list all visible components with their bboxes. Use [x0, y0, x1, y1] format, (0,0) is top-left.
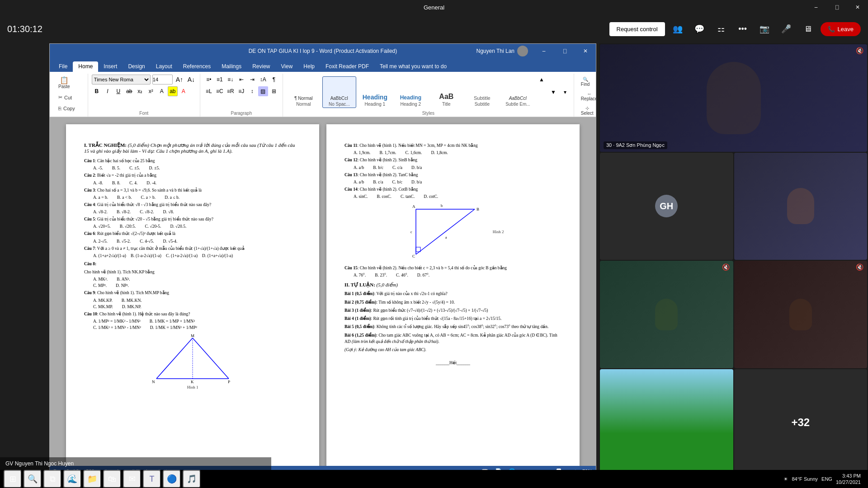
superscript-button[interactable]: x² — [146, 86, 156, 96]
style-no-spacing[interactable]: AaBbCcI No Spac... — [322, 76, 356, 108]
explorer-button[interactable]: 📁 — [83, 470, 101, 488]
tab-layout[interactable]: Layout — [151, 61, 178, 72]
style-title[interactable]: AaB Title — [429, 76, 463, 108]
bold-button[interactable]: B — [92, 86, 102, 96]
tab-review[interactable]: Review — [247, 61, 275, 72]
align-center-button[interactable]: ≡C — [215, 86, 225, 96]
participants-icon[interactable]: 👥 — [669, 20, 687, 38]
line-spacing-button[interactable]: ↕ — [247, 86, 257, 96]
styles-expand[interactable]: ▾ — [560, 87, 570, 97]
search-button[interactable]: 🔍 — [24, 470, 42, 488]
mic-icon[interactable]: 🎤 — [777, 20, 795, 38]
chrome-button[interactable]: 🔵 — [163, 470, 181, 488]
show-formatting-button[interactable]: ¶ — [269, 75, 279, 84]
font-size-input[interactable] — [152, 75, 173, 84]
task-view-button[interactable]: ⧉ — [43, 470, 61, 488]
meeting-bar: 01:30:12 Request control 👥 💬 ⚏ ••• 📷 🎤 🖥… — [0, 14, 868, 43]
problem-8-text: Cho hình vẽ (hình 1). Tích NK.KP bằng — [84, 269, 301, 275]
ribbon-group-paragraph: ≡• ≡1 ≡↓ ⇤ ⇥ ↕A ¶ ≡L ≡C ≡R ≡J ↕ ▨ ⊞ Para… — [200, 74, 283, 117]
subscript-button[interactable]: x₂ — [135, 86, 145, 96]
paste-button[interactable]: 📋 Paste — [55, 75, 73, 91]
close-button[interactable]: ✕ — [847, 0, 868, 14]
strikethrough-button[interactable]: ab — [124, 86, 134, 96]
multilevel-button[interactable]: ≡↓ — [226, 75, 236, 84]
tab-design[interactable]: Design — [123, 61, 150, 72]
increase-indent-button[interactable]: ⇥ — [247, 75, 257, 84]
figure-2: A B C b c a Hình 2 — [344, 202, 561, 261]
find-button[interactable]: 🔍 Find — [578, 75, 593, 89]
bullets-button[interactable]: ≡• — [204, 75, 214, 84]
tab-file[interactable]: File — [53, 61, 73, 72]
leave-button[interactable]: 📞 Leave — [821, 22, 861, 36]
mail-button[interactable]: ✉ — [123, 470, 141, 488]
language-indicator: ENG — [821, 476, 832, 482]
style-heading2[interactable]: Heading Heading 2 — [394, 76, 428, 108]
tab-home[interactable]: Home — [73, 61, 98, 72]
apps-icon[interactable]: ⚏ — [712, 20, 730, 38]
font-label: Font — [92, 110, 196, 116]
spotify-button[interactable]: 🎵 — [183, 470, 201, 488]
copy-button[interactable]: ⎘ Copy — [55, 103, 84, 113]
styles-scroll-up[interactable]: ▲ — [537, 75, 547, 84]
ribbon-tabs: File Home Insert Design Layout Reference… — [50, 58, 596, 72]
justify-button[interactable]: ≡J — [236, 86, 246, 96]
align-left-button[interactable]: ≡L — [204, 86, 214, 96]
grow-font-button[interactable]: A↑ — [175, 75, 184, 84]
edge-button[interactable]: 🌊 — [63, 470, 81, 488]
highlight-button[interactable]: ab — [168, 86, 178, 96]
text-effects-button[interactable]: A — [157, 86, 167, 96]
ribbon-group-font: Times New Roma A↑ A↓ B I U ab x₂ x² A ab… — [88, 74, 200, 117]
camera-icon[interactable]: 📷 — [755, 20, 774, 38]
align-right-button[interactable]: ≡R — [226, 86, 236, 96]
style-subtle-em[interactable]: AaBbCcI Subtle Em... — [501, 76, 535, 108]
chat-icon[interactable]: 💬 — [690, 20, 708, 38]
maximize-button[interactable]: ⎕ — [826, 0, 847, 14]
font-color-button[interactable]: A — [179, 86, 189, 96]
svg-text:c: c — [410, 230, 412, 234]
sort-button[interactable]: ↕A — [258, 75, 268, 84]
tab-tell-me[interactable]: Tell me what you want to do — [374, 61, 452, 72]
numbering-button[interactable]: ≡1 — [215, 75, 225, 84]
participant-avatar-gh: GH — [655, 195, 678, 217]
styles-scroll-down[interactable]: ▼ — [548, 87, 558, 97]
start-button[interactable]: ⊞ — [4, 470, 22, 488]
document-area[interactable]: I. TRẮC NGHIỆM: (5,0 điểm) Chọn một phươ… — [50, 117, 596, 466]
word-minimize-button[interactable]: – — [533, 44, 554, 58]
weather-info: 84°F Sunny — [792, 476, 818, 482]
italic-button[interactable]: I — [103, 86, 113, 96]
essay-3: Bài 3 (1 điểm): Rút gọn biểu thức (√7-√4… — [344, 307, 561, 314]
minimize-button[interactable]: – — [806, 0, 826, 14]
svg-text:C: C — [412, 254, 415, 258]
tab-help[interactable]: Help — [298, 61, 320, 72]
more-options-icon[interactable]: ••• — [734, 20, 752, 38]
svg-text:B: B — [476, 207, 479, 211]
word-restore-button[interactable]: ⎕ — [554, 44, 575, 58]
request-control-button[interactable]: Request control — [609, 22, 665, 36]
style-normal[interactable]: ¶ Normal Normal — [287, 76, 321, 108]
decrease-indent-button[interactable]: ⇤ — [236, 75, 246, 84]
svg-rect-11 — [416, 247, 420, 252]
tab-insert[interactable]: Insert — [98, 61, 123, 72]
underline-button[interactable]: U — [113, 86, 123, 96]
font-name-select[interactable]: Times New Roma — [92, 75, 151, 84]
taskbar-right: ☀ 84°F Sunny ENG 3:43 PM 10/27/2021 — [780, 473, 864, 486]
style-subtitle[interactable]: Subtitle Subtitle — [465, 76, 499, 108]
border-button[interactable]: ⊞ — [269, 86, 279, 96]
tab-mailings[interactable]: Mailings — [216, 61, 247, 72]
tab-references[interactable]: References — [178, 61, 216, 72]
teams-button[interactable]: T — [143, 470, 161, 488]
replace-button[interactable]: ↔ Replace — [578, 89, 601, 103]
tab-view[interactable]: View — [276, 61, 298, 72]
word-close-button[interactable]: ✕ — [575, 44, 596, 58]
style-heading1[interactable]: Heading Heading 1 — [358, 76, 392, 108]
store-button[interactable]: 🛍 — [103, 470, 121, 488]
shrink-font-button[interactable]: A↓ — [186, 75, 196, 84]
select-button[interactable]: ⊹ Select — [578, 103, 597, 118]
cut-button[interactable]: ✂ Cut — [55, 92, 84, 103]
shading-button[interactable]: ▨ — [258, 86, 268, 96]
end-marker: ______Hết______ — [344, 360, 561, 365]
tab-foxit[interactable]: Foxit Reader PDF — [320, 61, 374, 72]
problem-5: Câu 5: Giá trị của biểu thức √20 - √5 bằ… — [84, 216, 301, 222]
screen-share-icon[interactable]: 🖥 — [799, 20, 817, 38]
participant-tile-6 — [600, 369, 733, 477]
